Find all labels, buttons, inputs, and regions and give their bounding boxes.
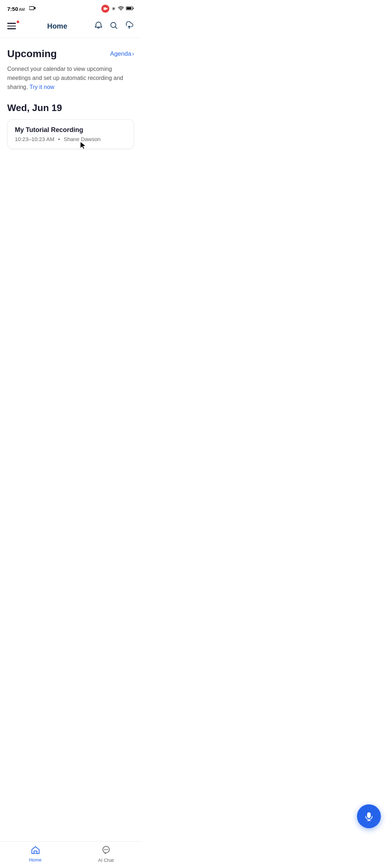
meta-separator: •	[58, 136, 60, 142]
menu-line-1	[7, 23, 16, 24]
svg-rect-4	[127, 7, 131, 9]
agenda-chevron-icon: ›	[132, 51, 134, 57]
svg-rect-1	[104, 8, 106, 10]
status-time: 7:50 AM	[7, 6, 25, 12]
menu-line-2	[7, 26, 16, 27]
recording-host: Shane Dawson	[64, 136, 101, 142]
notification-icon[interactable]	[94, 21, 103, 31]
time-text: 7:50	[7, 6, 18, 12]
svg-rect-0	[29, 7, 34, 10]
svg-point-2	[121, 10, 121, 11]
header: Home	[0, 16, 141, 38]
header-title: Home	[47, 22, 67, 30]
camera-status-icon	[29, 6, 36, 12]
description-text: Connect your calendar to view upcoming m…	[7, 66, 123, 90]
recording-time: 10:23–10:23 AM	[15, 136, 54, 142]
agenda-link[interactable]: Agenda ›	[110, 50, 134, 58]
status-right-icons: ✳	[101, 5, 134, 13]
status-bar: 7:50 AM ✳	[0, 0, 141, 16]
header-action-icons	[94, 21, 134, 31]
main-content: Upcoming Agenda › Connect your calendar …	[0, 38, 141, 149]
recording-meta: 10:23–10:23 AM • Shane Dawson	[15, 136, 126, 142]
recording-title: My Tutorial Recording	[15, 126, 126, 134]
wifi-icon	[118, 6, 124, 12]
calendar-description: Connect your calendar to view upcoming m…	[7, 65, 134, 92]
try-it-now-link[interactable]: Try it now	[29, 84, 54, 90]
search-icon[interactable]	[109, 21, 118, 31]
recording-card[interactable]: My Tutorial Recording 10:23–10:23 AM • S…	[7, 119, 134, 149]
agenda-label: Agenda	[110, 50, 131, 58]
menu-line-3	[7, 28, 16, 29]
battery-icon	[126, 6, 134, 12]
upcoming-title: Upcoming	[7, 48, 57, 60]
ampm-text: AM	[19, 7, 25, 12]
bluetooth-icon: ✳	[112, 6, 116, 12]
upcoming-section-header: Upcoming Agenda ›	[7, 48, 134, 60]
menu-button[interactable]	[7, 20, 20, 33]
upload-cloud-icon[interactable]	[125, 21, 134, 31]
menu-notification-badge	[16, 20, 20, 24]
date-heading: Wed, Jun 19	[7, 102, 134, 114]
recording-indicator	[101, 5, 109, 13]
